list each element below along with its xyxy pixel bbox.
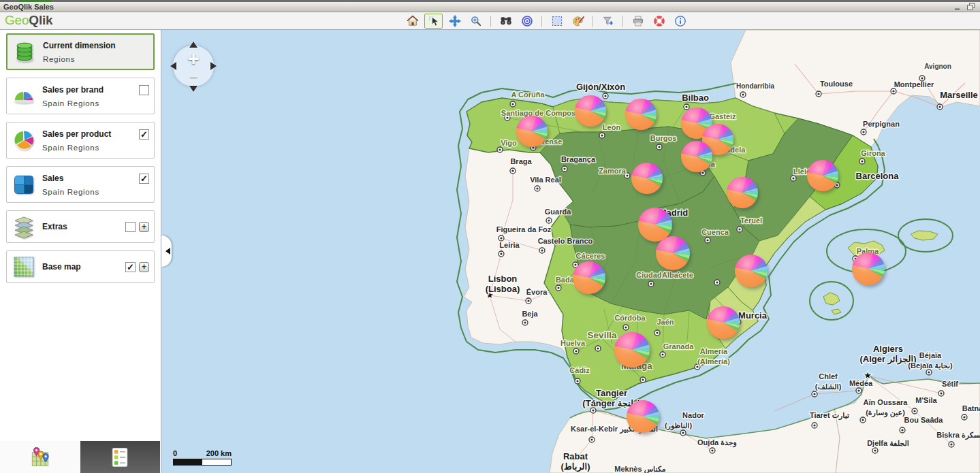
city-marker-dot bbox=[575, 350, 577, 352]
binoculars-icon bbox=[500, 15, 512, 27]
layer-checkbox[interactable]: ✓ bbox=[125, 262, 136, 272]
sales-per-product-layer[interactable]: Sales per productSpain Regions✓ bbox=[6, 122, 155, 159]
rectangle-select-tool[interactable] bbox=[548, 14, 566, 29]
current-dimension-panel[interactable]: Current dimensionRegions bbox=[6, 33, 155, 70]
layer-checkbox[interactable] bbox=[139, 85, 149, 95]
toolbar bbox=[403, 13, 689, 29]
home-tool[interactable] bbox=[403, 14, 422, 29]
city-marker-dot bbox=[862, 131, 864, 133]
pan-down-arrow[interactable] bbox=[189, 86, 197, 92]
select-tool[interactable] bbox=[424, 14, 443, 29]
map-city-sublabel: (الشلف) bbox=[815, 382, 842, 391]
map-city-label: Bou Saâda bbox=[904, 416, 944, 424]
map-city-label: Bilbao bbox=[682, 93, 709, 103]
layer-dimension: Spain Regions bbox=[42, 188, 139, 196]
map-city-label: Perpignan bbox=[863, 120, 900, 128]
city-marker-dot bbox=[511, 103, 513, 105]
logo-qlik-text: Qlik bbox=[29, 13, 52, 27]
pan-tool[interactable] bbox=[445, 14, 464, 29]
map-city-label: Bragança bbox=[561, 155, 596, 163]
map-tab[interactable] bbox=[0, 441, 80, 473]
zoom-out-button[interactable]: − bbox=[171, 69, 216, 84]
city-marker-dot bbox=[696, 365, 698, 368]
geoqlik-logo: GeoQlik bbox=[5, 13, 52, 28]
pie-gloss bbox=[852, 252, 885, 285]
city-marker-dot bbox=[656, 331, 658, 333]
city-marker-dot bbox=[685, 105, 687, 108]
pie-gloss bbox=[707, 306, 740, 339]
extras-layer[interactable]: Extras+ bbox=[6, 210, 155, 243]
pie-gloss bbox=[681, 141, 712, 172]
layer-checkbox[interactable]: ✓ bbox=[139, 174, 149, 184]
layer-dimension: Spain Regions bbox=[42, 144, 139, 152]
city-marker-dot bbox=[857, 389, 859, 391]
basemap-icon bbox=[12, 255, 36, 279]
pie-gloss bbox=[575, 95, 606, 127]
layer-expander-button[interactable]: + bbox=[139, 222, 149, 232]
map-city-sublabel: (Almería) bbox=[697, 357, 730, 365]
layer-expander-button[interactable]: + bbox=[139, 262, 149, 272]
city-marker-dot bbox=[626, 174, 628, 176]
help-tool[interactable] bbox=[650, 14, 668, 29]
map-city-label: Montpellier bbox=[894, 80, 934, 88]
rect-select-icon bbox=[551, 15, 563, 27]
map-city-label: Vigo bbox=[501, 139, 517, 147]
info-tool[interactable] bbox=[671, 14, 689, 29]
map-city-label: Nador bbox=[682, 411, 705, 419]
map-city-label: Marseille bbox=[940, 90, 978, 100]
zoom-tool[interactable] bbox=[467, 14, 485, 29]
map-city-label: Braga bbox=[510, 157, 532, 165]
city-marker-dot bbox=[682, 431, 684, 434]
legend-tab[interactable] bbox=[80, 441, 161, 473]
scalebar-bar bbox=[173, 459, 232, 466]
layer-title: Extras bbox=[42, 222, 125, 231]
map-city-label: Gasteiz bbox=[709, 112, 736, 120]
restore-button[interactable] bbox=[966, 3, 977, 11]
search-tool[interactable] bbox=[496, 14, 515, 29]
sales-layer[interactable]: SalesSpain Regions✓ bbox=[6, 166, 155, 203]
locate-tool[interactable] bbox=[518, 14, 536, 29]
map-city-label: Lisbon bbox=[488, 274, 518, 284]
select-icon bbox=[428, 15, 440, 27]
map-city-label: Beja bbox=[522, 310, 538, 318]
zoom-in-button[interactable]: + bbox=[171, 47, 216, 70]
base-map-layer[interactable]: Base map✓+ bbox=[6, 250, 155, 283]
minimize-button[interactable] bbox=[953, 3, 964, 11]
map-city-sublabel: (Lisboa) bbox=[486, 284, 520, 294]
city-marker-dot bbox=[938, 105, 941, 108]
map-city-label: Vila Real bbox=[530, 176, 561, 184]
window-titlebar[interactable]: GeoQlik Sales bbox=[0, 2, 980, 12]
filter-tool[interactable] bbox=[599, 14, 617, 29]
map-canvas[interactable]: A CoruñaSantiago de CompostelaVigoOurens… bbox=[161, 30, 980, 473]
city-marker-dot bbox=[511, 169, 513, 172]
city-marker-dot bbox=[557, 287, 559, 289]
layer-checkbox[interactable] bbox=[125, 222, 136, 232]
layer-checkbox[interactable]: ✓ bbox=[139, 129, 149, 140]
city-marker-dot bbox=[950, 443, 952, 445]
sales-per-brand-layer[interactable]: Sales per brandSpain Regions bbox=[6, 78, 155, 114]
info-icon bbox=[674, 15, 686, 27]
toolbar-separator bbox=[592, 16, 593, 27]
home-icon bbox=[407, 15, 419, 27]
city-marker-dot bbox=[901, 429, 903, 431]
zoom-icon bbox=[470, 15, 482, 27]
map-city-label: Córdoba bbox=[614, 314, 646, 322]
map-city-label: Rabat bbox=[563, 451, 588, 461]
pie-gloss bbox=[727, 177, 758, 208]
city-marker-dot bbox=[711, 449, 713, 451]
printer-icon bbox=[632, 15, 644, 27]
pie-gloss bbox=[735, 255, 768, 287]
map-city-sublabel: (الرباط) bbox=[560, 461, 590, 472]
city-marker-dot bbox=[817, 93, 819, 95]
print-tool[interactable] bbox=[629, 14, 647, 29]
dimension-icon bbox=[12, 39, 37, 64]
city-marker-dot bbox=[813, 393, 815, 395]
map-zoom-control: + − bbox=[171, 42, 216, 91]
map-city-label: Jaén bbox=[657, 318, 674, 326]
map-city-label: Biskra بسكرة bbox=[936, 431, 980, 440]
city-marker-dot bbox=[921, 77, 923, 79]
pie-gloss bbox=[638, 208, 672, 242]
restore-icon bbox=[966, 3, 976, 11]
style-tool[interactable] bbox=[569, 14, 587, 29]
city-marker-dot bbox=[642, 378, 644, 380]
